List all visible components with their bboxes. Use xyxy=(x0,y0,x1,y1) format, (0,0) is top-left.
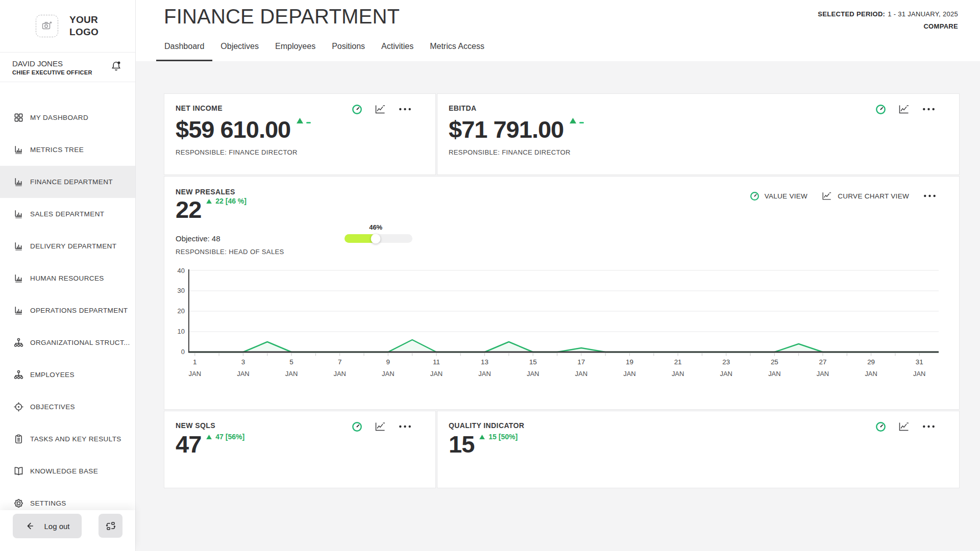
sidebar-item-employees[interactable]: EMPLOYEES xyxy=(0,359,135,391)
svg-text:JAN: JAN xyxy=(430,370,443,378)
delta-badge: 22 [46 %] xyxy=(206,197,247,205)
sidebar-item-label: OPERATIONS DEPARTMENT xyxy=(30,307,128,314)
sidebar-item-organizational-structure[interactable]: ORGANIZATIONAL STRUCT... xyxy=(0,327,135,359)
svg-text:21: 21 xyxy=(674,358,682,366)
bar-chart-icon xyxy=(13,273,24,284)
sidebar-item-my-dashboard[interactable]: MY DASHBOARD xyxy=(0,102,135,134)
sidebar-item-human-resources[interactable]: HUMAN RESOURCES xyxy=(0,262,135,294)
svg-text:JAN: JAN xyxy=(817,370,829,378)
curve-chart-view-label: CURVE CHART VIEW xyxy=(838,192,909,200)
compare-button[interactable]: COMPARE xyxy=(818,22,958,30)
sidebar-item-objectives[interactable]: OBJECTIVES xyxy=(0,391,135,423)
presales-area-chart[interactable]: 0102030401JAN3JAN5JAN7JAN9JAN11JAN13JAN1… xyxy=(176,268,942,379)
sidebar-item-delivery-department[interactable]: DELIVERY DEPARTMENT xyxy=(0,230,135,262)
logout-button[interactable]: Log out xyxy=(13,514,82,538)
sidebar-item-metrics-tree[interactable]: METRICS TREE xyxy=(0,134,135,166)
tab-objectives[interactable]: Objectives xyxy=(212,42,267,61)
more-options-icon[interactable] xyxy=(398,421,412,432)
tab-positions[interactable]: Positions xyxy=(324,42,373,61)
svg-text:10: 10 xyxy=(178,328,185,336)
triangle-up-icon xyxy=(206,435,212,439)
sidebar-item-label: SETTINGS xyxy=(30,499,66,507)
svg-text:5: 5 xyxy=(289,358,293,366)
responsible-label: RESPONSIBLE: FINANCE DIRECTOR xyxy=(449,148,948,156)
main-area: FINANCE DEPARTMENT Dashboard Objectives … xyxy=(136,0,980,551)
gear-icon xyxy=(13,498,24,509)
sidebar-item-label: ORGANIZATIONAL STRUCT... xyxy=(30,339,130,346)
delta-badge: 47 [56%] xyxy=(206,433,244,441)
tab-metrics-access[interactable]: Metrics Access xyxy=(422,42,493,61)
tab-dashboard[interactable]: Dashboard xyxy=(156,42,212,61)
selected-period-label: SELECTED PERIOD: xyxy=(818,10,885,18)
more-options-icon[interactable] xyxy=(922,104,936,114)
logo-upload-placeholder[interactable] xyxy=(36,15,58,37)
curve-chart-icon[interactable] xyxy=(898,421,910,432)
notifications-button[interactable] xyxy=(110,60,122,72)
logo-text: YOUR LOGO xyxy=(69,14,99,38)
selected-period[interactable]: SELECTED PERIOD:1 - 31 JANUARY, 2025 xyxy=(818,10,958,18)
svg-text:13: 13 xyxy=(481,358,488,366)
curve-chart-icon[interactable] xyxy=(374,104,386,115)
trend-indicator xyxy=(297,118,311,123)
sidebar-item-label: HUMAN RESOURCES xyxy=(30,274,104,282)
bar-chart-icon xyxy=(13,241,24,252)
value-view-gauge-icon xyxy=(750,191,760,201)
sidebar-item-knowledge-base[interactable]: KNOWLEDGE BASE xyxy=(0,455,135,487)
svg-text:30: 30 xyxy=(178,287,185,295)
page-header: FINANCE DEPARTMENT Dashboard Objectives … xyxy=(136,0,980,61)
sidebar-item-label: MY DASHBOARD xyxy=(30,114,88,121)
triangle-up-icon xyxy=(297,118,303,123)
curve-chart-icon[interactable] xyxy=(374,421,386,432)
new-presales-value: 22 xyxy=(176,197,201,222)
value-view-gauge-icon[interactable] xyxy=(352,421,362,432)
net-income-value: $59 610.00 xyxy=(176,117,290,142)
svg-text:JAN: JAN xyxy=(575,370,587,378)
delta-dash xyxy=(306,122,311,123)
value-view-button[interactable]: VALUE VIEW xyxy=(750,191,808,201)
curve-chart-icon[interactable] xyxy=(898,104,910,115)
delta-text: 47 [56%] xyxy=(215,433,244,441)
sync-devices-icon xyxy=(105,520,117,532)
sidebar-item-tasks-and-key-results[interactable]: TASKS AND KEY RESULTS xyxy=(0,423,135,455)
org-structure-icon xyxy=(13,369,24,380)
switch-view-button[interactable] xyxy=(99,514,122,538)
svg-text:1: 1 xyxy=(193,358,197,366)
value-view-gauge-icon[interactable] xyxy=(352,104,362,115)
more-options-icon[interactable] xyxy=(398,104,412,114)
bell-icon xyxy=(110,60,122,72)
svg-text:JAN: JAN xyxy=(913,370,925,378)
more-options-icon[interactable] xyxy=(922,421,936,432)
sidebar-item-sales-department[interactable]: SALES DEPARTMENT xyxy=(0,198,135,230)
svg-text:40: 40 xyxy=(178,268,185,274)
bar-chart-icon xyxy=(13,144,24,155)
sidebar-item-label: DELIVERY DEPARTMENT xyxy=(30,242,116,250)
tab-activities[interactable]: Activities xyxy=(373,42,422,61)
delta-text: 22 [46 %] xyxy=(215,197,247,205)
svg-text:JAN: JAN xyxy=(768,370,780,378)
more-options-icon[interactable] xyxy=(923,191,937,201)
bar-chart-icon xyxy=(13,177,24,187)
clipboard-icon xyxy=(13,434,24,444)
ebitda-card: EBITDA xyxy=(437,93,960,175)
tab-employees[interactable]: Employees xyxy=(267,42,324,61)
svg-text:JAN: JAN xyxy=(672,370,684,378)
new-presales-card: NEW PRESALES 22 22 [46 %] xyxy=(164,176,960,410)
period-block: SELECTED PERIOD:1 - 31 JANUARY, 2025 COM… xyxy=(818,10,958,30)
curve-chart-view-button[interactable]: CURVE CHART VIEW xyxy=(821,191,909,201)
value-view-label: VALUE VIEW xyxy=(765,192,808,200)
objective-progress-bar: 46% xyxy=(345,234,412,243)
value-view-gauge-icon[interactable] xyxy=(875,104,886,115)
sidebar-item-label: EMPLOYEES xyxy=(30,371,75,379)
sidebar-item-label: KNOWLEDGE BASE xyxy=(30,467,98,475)
sidebar-item-operations-department[interactable]: OPERATIONS DEPARTMENT xyxy=(0,294,135,327)
sidebar-bottom-bar: Log out xyxy=(0,510,135,551)
value-view-gauge-icon[interactable] xyxy=(875,421,886,432)
svg-text:7: 7 xyxy=(338,358,341,366)
sidebar-item-finance-department[interactable]: FINANCE DEPARTMENT xyxy=(0,166,135,198)
svg-text:23: 23 xyxy=(722,358,730,366)
svg-text:19: 19 xyxy=(626,358,633,366)
user-role: CHIEF EXECUTIVE OFFICER xyxy=(12,69,123,76)
svg-text:11: 11 xyxy=(433,358,440,366)
progress-knob[interactable] xyxy=(371,234,381,243)
logout-label: Log out xyxy=(44,522,69,531)
